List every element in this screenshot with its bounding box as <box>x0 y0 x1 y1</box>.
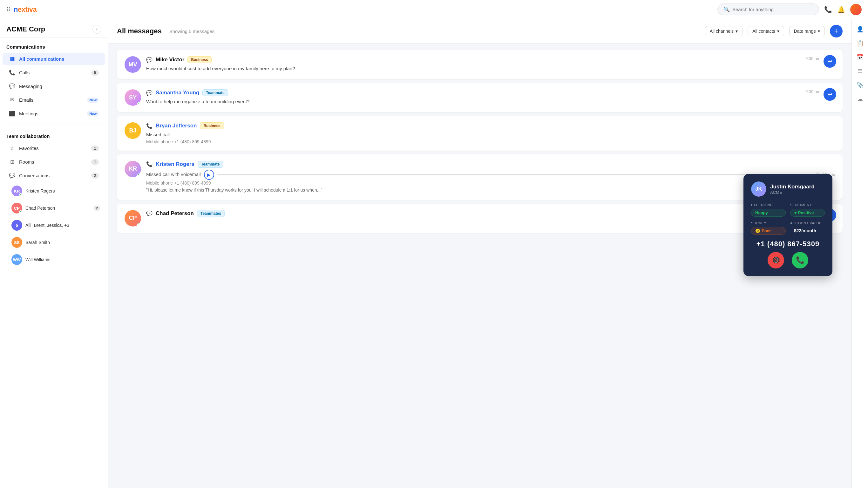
call-panel-company: ACME <box>770 190 815 195</box>
bell-icon[interactable]: 🔔 <box>837 6 845 13</box>
person-icon[interactable]: 👤 <box>854 23 866 36</box>
msg-tag-business: Business <box>187 56 211 63</box>
sidebar: ACME Corp ‹ Communications ▦ All communi… <box>0 19 108 488</box>
sidebar-item-label: Rooms <box>19 159 87 164</box>
cloud-icon[interactable]: ☁ <box>854 93 866 105</box>
chat-channel-icon: 💬 <box>146 57 153 63</box>
msg-top: 💬 Samantha Young Teammate <box>146 89 835 96</box>
heart-icon: ♥ <box>794 210 797 215</box>
sidebar-item-calls[interactable]: 📞 Calls 5 <box>3 66 105 79</box>
online-indicator <box>19 193 22 196</box>
sidebar-item-label: Messaging <box>19 84 99 89</box>
sentiment-value: ♥ Positive <box>790 209 825 217</box>
rooms-badge: 1 <box>91 159 99 165</box>
account-value: $22/month <box>790 227 825 235</box>
sidebar-item-conversations[interactable]: 💬 Conversations 2 <box>3 169 105 182</box>
msg-top: 💬 Chad Peterson Teammates <box>146 210 835 217</box>
search-box[interactable]: 🔍 <box>717 3 819 15</box>
conv-item-kristen[interactable]: KR Kristen Rogers <box>3 183 105 199</box>
sidebar-item-label: Calls <box>19 70 87 75</box>
phone-icon[interactable]: 📞 <box>824 6 832 13</box>
messages-title: All messages <box>117 27 162 35</box>
list-icon[interactable]: ☰ <box>854 65 866 78</box>
conv-item-chad[interactable]: CP Chad Peterson 2 <box>3 200 105 216</box>
sidebar-item-emails[interactable]: ✉ Emails New <box>3 94 105 106</box>
sidebar-item-label: Favorites <box>19 146 87 151</box>
experience-value: Happy <box>751 209 786 217</box>
play-button[interactable]: ▶ <box>204 170 214 180</box>
logo: nextiva <box>14 5 36 14</box>
msg-avatar-chad: CP <box>125 210 141 226</box>
voicemail-row: Missed call with voicemail ▶ 15 sec <box>146 170 835 180</box>
messages-header: All messages Showing 5 messages All chan… <box>108 19 851 43</box>
msg-sender-name: Samantha Young <box>156 90 199 96</box>
conv-item-will[interactable]: WW Will Williams <box>3 252 105 268</box>
sidebar-item-rooms[interactable]: ⊞ Rooms 1 <box>3 156 105 168</box>
table-icon[interactable]: 📋 <box>854 37 866 50</box>
conv-avatar-will: WW <box>11 254 22 265</box>
paperclip-icon[interactable]: 📎 <box>854 79 866 92</box>
online-indicator <box>137 102 141 106</box>
search-icon: 🔍 <box>723 6 730 12</box>
sidebar-item-label: Meetings <box>19 111 81 116</box>
conv-name: Alli, Brent, Jessica, +3 <box>25 223 100 228</box>
conversations-badge: 2 <box>91 173 99 179</box>
answer-call-button[interactable]: 📞 <box>792 252 808 269</box>
company-name: ACME Corp <box>6 25 45 33</box>
sidebar-item-messaging[interactable]: 💬 Messaging <box>3 80 105 92</box>
grid-icon[interactable]: ⠿ <box>6 6 10 13</box>
survey-stat: SURVEY 🙁 Poor <box>751 221 786 235</box>
reply-button[interactable]: ↩ <box>824 55 836 68</box>
all-contacts-filter[interactable]: All contacts ▾ <box>748 26 784 36</box>
experience-label: EXPERIENCE <box>751 203 786 207</box>
msg-sender-name: Bryan Jefferson <box>156 123 197 129</box>
call-panel: JK Justin Korsgaard ACME EXPERIENCE Happ… <box>743 174 832 276</box>
emails-new-badge: New <box>87 97 99 102</box>
conv-item-sarah[interactable]: SS Sarah Smith <box>3 235 105 250</box>
message-card-bryan-jefferson[interactable]: BJ 📞 Bryan Jefferson Business Missed cal… <box>117 116 843 151</box>
date-range-filter[interactable]: Date range ▾ <box>789 26 825 36</box>
msg-body: 📞 Kristen Rogers Teammate Missed call wi… <box>146 161 835 193</box>
all-channels-filter[interactable]: All channels ▾ <box>705 26 743 36</box>
topbar: ⠿ nextiva 🔍 📞 🔔 <box>0 0 868 19</box>
msg-tag-teammates: Teammates <box>197 210 225 217</box>
call-panel-avatar: JK <box>751 181 766 197</box>
user-avatar[interactable] <box>850 4 862 15</box>
msg-avatar-kristen: KR <box>125 161 141 177</box>
team-collab-section-label: Team collaboration <box>0 127 108 142</box>
add-button[interactable]: + <box>830 25 843 37</box>
msg-body: 📞 Bryan Jefferson Business Missed call M… <box>146 122 835 144</box>
msg-tag-teammate: Teammate <box>203 89 228 96</box>
message-card-chad-peterson[interactable]: CP 💬 Chad Peterson Teammates 9:30 am ↩ <box>117 204 843 233</box>
end-call-button[interactable]: 📵 <box>768 252 784 269</box>
phone-channel-icon: 📞 <box>146 161 153 167</box>
sentiment-stat: SENTIMENT ♥ Positive <box>790 203 825 217</box>
msg-text: Want to help me organize a team building… <box>146 98 835 105</box>
calendar-icon[interactable]: 📅 <box>854 51 866 64</box>
msg-subtext: Mobile phone +1 (480) 899-4899 <box>146 139 835 144</box>
call-stats: EXPERIENCE Happy SENTIMENT ♥ Positive SU… <box>751 203 825 235</box>
reply-button[interactable]: ↩ <box>824 88 836 101</box>
right-rail: 👤 📋 📅 ☰ 📎 ☁ <box>851 19 868 488</box>
favorites-badge: 1 <box>91 146 99 151</box>
search-input[interactable] <box>732 7 813 12</box>
emails-icon: ✉ <box>9 97 15 103</box>
message-card-samantha-young[interactable]: SY 💬 Samantha Young Teammate Want to hel… <box>117 83 843 112</box>
msg-subtext: Mobile phone +1 (480) 899-4899 <box>146 180 835 186</box>
call-panel-contact: JK Justin Korsgaard ACME <box>751 181 825 197</box>
msg-quote: "Hi, please let me know if this Thursday… <box>146 187 835 193</box>
messages-count: Showing 5 messages <box>169 29 215 34</box>
all-channels-label: All channels <box>710 29 734 34</box>
sidebar-item-all-communications[interactable]: ▦ All communications <box>3 53 105 65</box>
collapse-button[interactable]: ‹ <box>92 25 101 34</box>
message-card-mike-victor[interactable]: MV 💬 Mike Victor Business How much would… <box>117 50 843 79</box>
sidebar-item-meetings[interactable]: ⬛ Meetings New <box>3 108 105 120</box>
msg-top: 📞 Kristen Rogers Teammate <box>146 161 835 168</box>
sidebar-item-label: All communications <box>19 56 99 62</box>
chevron-down-icon: ▾ <box>736 29 738 34</box>
conv-item-group[interactable]: 5 Alli, Brent, Jessica, +3 <box>3 217 105 233</box>
call-panel-contact-name: Justin Korsgaard <box>770 184 815 190</box>
message-card-kristen-rogers[interactable]: KR 📞 Kristen Rogers Teammate Missed call… <box>117 154 843 200</box>
sidebar-item-favorites[interactable]: ☆ Favorites 1 <box>3 142 105 154</box>
emoji-icon: 🙁 <box>755 228 760 233</box>
